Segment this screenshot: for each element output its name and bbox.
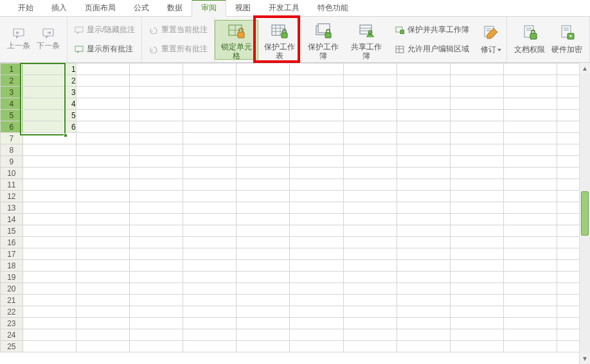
cell[interactable] [504, 75, 557, 87]
cell[interactable] [557, 110, 579, 121]
cell[interactable] [22, 168, 76, 179]
row-header[interactable]: 17 [1, 248, 23, 260]
cell[interactable] [450, 318, 503, 329]
cell[interactable] [504, 225, 557, 237]
cell[interactable] [129, 295, 183, 306]
cell[interactable] [237, 341, 290, 352]
cell[interactable] [450, 191, 503, 202]
show-all-comments-button[interactable]: 显示所有批注 [71, 40, 136, 58]
cell[interactable] [129, 237, 183, 248]
cell[interactable] [343, 87, 397, 98]
cell[interactable] [557, 225, 579, 237]
cell[interactable] [343, 260, 397, 272]
cell[interactable] [343, 202, 397, 214]
cell[interactable] [290, 214, 343, 225]
cell[interactable] [237, 191, 290, 202]
cell[interactable] [450, 202, 503, 214]
row-header[interactable]: 14 [1, 214, 23, 225]
cell[interactable] [343, 110, 397, 121]
cell[interactable] [237, 168, 290, 179]
cell[interactable] [129, 202, 183, 214]
row-header[interactable]: 3 [1, 87, 23, 98]
row-header[interactable]: 22 [1, 306, 23, 318]
cell[interactable] [397, 318, 450, 329]
cell[interactable] [183, 168, 237, 179]
cell[interactable] [504, 306, 557, 318]
cell[interactable] [76, 318, 129, 329]
cell[interactable] [504, 133, 557, 144]
cell[interactable] [290, 179, 343, 191]
cell[interactable] [290, 168, 343, 179]
cell[interactable] [22, 260, 76, 272]
cell[interactable] [129, 318, 183, 329]
cell[interactable] [76, 329, 129, 341]
cell[interactable] [450, 295, 503, 306]
cell[interactable] [557, 121, 579, 133]
cell[interactable] [129, 191, 183, 202]
cell[interactable] [450, 133, 503, 144]
cell[interactable] [397, 133, 450, 144]
cell[interactable] [290, 110, 343, 121]
cell[interactable] [450, 237, 503, 248]
cell[interactable] [129, 64, 183, 75]
cell[interactable]: 2 [22, 75, 76, 87]
row-header[interactable]: 24 [1, 329, 23, 341]
cell[interactable] [22, 283, 76, 295]
cell[interactable] [343, 75, 397, 87]
cell[interactable] [237, 144, 290, 156]
cell[interactable] [22, 214, 76, 225]
doc-permission-button[interactable]: 文档权限 [511, 20, 548, 60]
cell[interactable] [504, 329, 557, 341]
show-hide-comment-button[interactable]: 显示/隐藏批注 [71, 21, 138, 39]
cell[interactable] [343, 295, 397, 306]
cell[interactable] [183, 98, 237, 110]
cell[interactable] [504, 191, 557, 202]
cell[interactable] [76, 179, 129, 191]
cell[interactable] [183, 110, 237, 121]
cell[interactable] [290, 64, 343, 75]
cell[interactable] [343, 341, 397, 352]
cell[interactable] [397, 329, 450, 341]
cell[interactable] [504, 144, 557, 156]
cell[interactable] [183, 214, 237, 225]
cell[interactable] [183, 248, 237, 260]
cell[interactable] [557, 191, 579, 202]
menu-view[interactable]: 视图 [226, 0, 260, 16]
cell[interactable] [450, 75, 503, 87]
cell[interactable] [450, 283, 503, 295]
cell[interactable] [290, 237, 343, 248]
cell[interactable] [76, 98, 129, 110]
cell[interactable] [76, 110, 129, 121]
cell[interactable] [504, 248, 557, 260]
cell[interactable] [237, 329, 290, 341]
cell[interactable] [290, 260, 343, 272]
cell[interactable] [76, 295, 129, 306]
cell[interactable] [397, 87, 450, 98]
cell[interactable] [237, 260, 290, 272]
cell[interactable] [397, 75, 450, 87]
scroll-thumb[interactable] [581, 191, 589, 236]
cell[interactable] [183, 283, 237, 295]
row-header[interactable]: 7 [1, 133, 23, 144]
cell[interactable] [76, 133, 129, 144]
cell[interactable] [557, 237, 579, 248]
cell[interactable] [237, 306, 290, 318]
cell[interactable] [397, 98, 450, 110]
menu-features[interactable]: 特色功能 [308, 0, 357, 16]
cell[interactable]: 6 [22, 121, 76, 133]
cell[interactable]: 1 [22, 64, 76, 75]
cell[interactable] [237, 133, 290, 144]
cell[interactable] [129, 306, 183, 318]
cell[interactable] [504, 237, 557, 248]
cell[interactable] [557, 202, 579, 214]
cell[interactable] [290, 295, 343, 306]
cell[interactable] [450, 329, 503, 341]
scroll-track[interactable] [580, 74, 590, 353]
cell[interactable] [450, 87, 503, 98]
cell[interactable] [237, 98, 290, 110]
cell[interactable] [290, 283, 343, 295]
cell[interactable] [129, 121, 183, 133]
cell[interactable] [450, 341, 503, 352]
cell[interactable] [504, 110, 557, 121]
cell[interactable] [450, 248, 503, 260]
